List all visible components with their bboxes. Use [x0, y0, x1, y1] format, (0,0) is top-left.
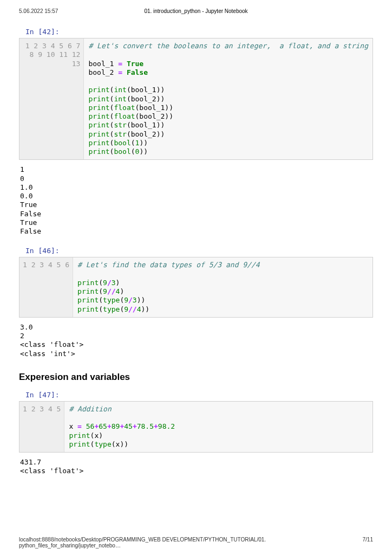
code-token: +	[133, 422, 137, 430]
code-token: print	[88, 121, 109, 129]
code-token: (bool_1))	[135, 104, 173, 112]
code-token: 3	[133, 296, 137, 304]
print-footer: localhost:8888/notebooks/Desktop/PROGRAM…	[19, 537, 373, 548]
code-token: print	[88, 139, 109, 147]
code-token: //	[128, 305, 137, 313]
code-content[interactable]: # Let's convert the booleans to an integ…	[84, 38, 373, 159]
code-token: str	[114, 121, 126, 129]
code-token: print	[88, 104, 109, 112]
code-token: print	[69, 440, 90, 448]
code-token: type	[94, 440, 111, 448]
code-token: type	[103, 296, 120, 304]
code-token: True	[122, 60, 143, 68]
code-cell-46[interactable]: 1 2 3 4 5 6 # Let's find the data types …	[19, 257, 373, 318]
code-token: =	[118, 68, 122, 76]
code-token: print	[88, 95, 109, 103]
code-content[interactable]: # Addition x = 56+65+89+45+78.5+98.2 pri…	[64, 402, 373, 452]
cell-prompt-46: In [46]:	[25, 247, 373, 255]
code-token: bool	[114, 147, 130, 156]
code-token: bool_1	[88, 60, 118, 68]
header-title: 01. introduction_python - Jupyter Notebo…	[144, 8, 247, 14]
header-date: 5.06.2022 15:57	[19, 8, 58, 14]
code-token: 9	[103, 287, 107, 295]
code-token: 9	[124, 305, 128, 313]
code-token: (	[99, 305, 103, 313]
code-token: 9	[103, 279, 107, 287]
code-token: (bool_2))	[127, 95, 165, 103]
code-token: (	[131, 139, 135, 147]
code-token: (	[99, 296, 103, 304]
code-comment: # Addition	[69, 405, 111, 413]
cell-prompt-42: In [42]:	[25, 28, 373, 36]
code-token: 78.5	[137, 422, 154, 430]
code-token: (	[99, 287, 103, 295]
cell-output-46: 3.0 2 <class 'float'> <class 'int'>	[20, 323, 373, 358]
code-token: (bool_1))	[127, 86, 165, 94]
code-token: False	[122, 68, 148, 76]
code-token: (bool_2))	[127, 130, 165, 138]
code-token: ))	[120, 440, 128, 448]
code-token: ))	[139, 147, 148, 156]
code-token: print	[88, 86, 109, 94]
code-token: type	[103, 305, 120, 313]
code-token: 65	[99, 422, 107, 430]
code-token: 89	[112, 422, 120, 430]
code-token: /	[128, 296, 133, 304]
code-token: /	[107, 279, 112, 287]
footer-url: localhost:8888/notebooks/Desktop/PROGRAM…	[19, 537, 363, 548]
code-token: ))	[141, 305, 150, 313]
code-token: 3	[112, 279, 116, 287]
code-token: 9	[124, 296, 128, 304]
code-token: ))	[139, 139, 148, 147]
code-token: 56	[82, 422, 94, 430]
code-token: print	[88, 112, 109, 120]
code-token: (	[99, 279, 103, 287]
cell-output-47: 431.7 <class 'float'>	[20, 458, 373, 476]
code-token: print	[77, 287, 99, 295]
code-token: print	[77, 279, 99, 287]
code-token: =	[77, 422, 82, 430]
code-comment: # Let's convert the booleans to an integ…	[88, 42, 368, 50]
code-token: 98.2	[158, 422, 175, 430]
code-token: (bool_1))	[127, 121, 165, 129]
code-token: bool	[114, 139, 130, 147]
code-comment: # Let's find the data types of 5/3 and 9…	[77, 261, 260, 269]
code-token: 45	[124, 422, 133, 430]
cell-output-42: 1 0 1.0 0.0 True False True False	[20, 165, 373, 236]
code-token: int	[114, 95, 126, 103]
line-gutter: 1 2 3 4 5 6	[19, 257, 73, 317]
code-token: )	[116, 279, 120, 287]
code-token: ))	[137, 296, 146, 304]
code-token: )	[120, 287, 124, 295]
code-cell-42[interactable]: 1 2 3 4 5 6 7 8 9 10 11 12 13 # Let's co…	[19, 38, 373, 160]
line-gutter: 1 2 3 4 5	[19, 402, 64, 452]
code-token: +	[107, 422, 112, 430]
line-gutter: 1 2 3 4 5 6 7 8 9 10 11 12 13	[19, 38, 84, 159]
code-token: print	[77, 305, 99, 313]
cell-prompt-47: In [47]:	[25, 391, 373, 399]
code-token: =	[118, 60, 122, 68]
code-token: )	[99, 431, 103, 440]
code-token: (bool_2))	[135, 112, 173, 120]
code-token: print	[88, 130, 109, 138]
code-token: x	[69, 422, 77, 430]
code-token: print	[77, 296, 99, 304]
code-token: print	[88, 147, 109, 156]
code-token: (	[112, 440, 116, 448]
code-token: float	[114, 104, 135, 112]
footer-page: 7/11	[363, 537, 373, 548]
code-token: str	[114, 130, 126, 138]
code-token: float	[114, 112, 135, 120]
code-token: (	[131, 147, 135, 156]
code-cell-47[interactable]: 1 2 3 4 5 # Addition x = 56+65+89+45+78.…	[19, 401, 373, 453]
code-content[interactable]: # Let's find the data types of 5/3 and 9…	[73, 257, 373, 317]
code-token: 4	[137, 305, 141, 313]
code-token: print	[69, 431, 90, 440]
code-token: //	[107, 287, 116, 295]
code-token: int	[114, 86, 126, 94]
code-token: +	[154, 422, 158, 430]
code-token: bool_2	[88, 68, 118, 76]
section-heading: Experesion and variables	[19, 372, 373, 383]
